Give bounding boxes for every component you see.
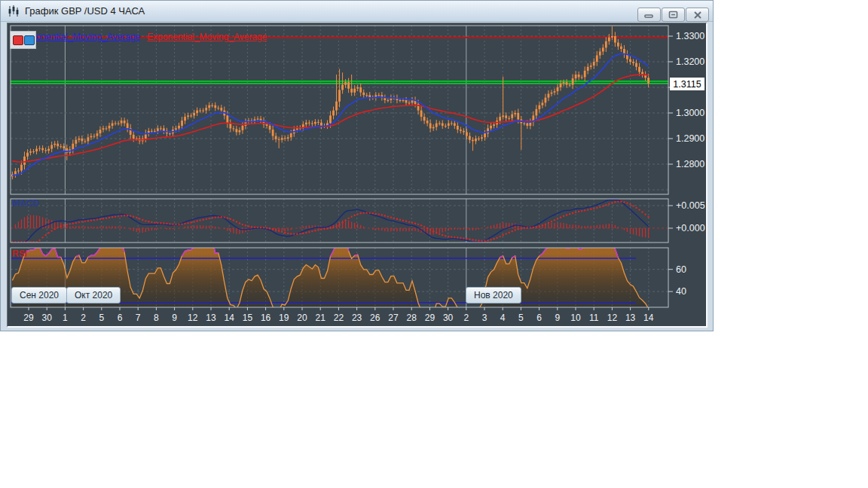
svg-text:5: 5 — [518, 313, 524, 323]
month-button-nov-2020[interactable]: Нов 2020 — [466, 287, 521, 303]
ema-fast-legend-label[interactable]: Exponential_Moving_Average — [20, 32, 140, 42]
svg-text:3: 3 — [482, 313, 487, 323]
svg-text:27: 27 — [388, 313, 399, 323]
desktop: График GBP /USD 4 ЧАСА 1.33001.32001.310… — [0, 0, 868, 488]
svg-text:16: 16 — [261, 313, 271, 323]
svg-text:1.2800: 1.2800 — [676, 159, 704, 169]
candlestick-chart-icon — [7, 5, 20, 18]
svg-text:11: 11 — [589, 313, 599, 323]
svg-text:40: 40 — [676, 286, 686, 297]
svg-text:5: 5 — [99, 313, 104, 323]
red-swatch-icon[interactable] — [13, 35, 23, 45]
svg-text:22: 22 — [334, 313, 344, 323]
svg-text:9: 9 — [172, 313, 177, 323]
svg-text:8: 8 — [154, 313, 159, 323]
month-button-okt-2020[interactable]: Окт 2020 — [66, 287, 121, 303]
svg-text:15: 15 — [243, 313, 253, 323]
svg-text:4: 4 — [500, 313, 506, 323]
rsi-panel-layers — [11, 232, 649, 319]
current-price-label: 1.3115 — [670, 78, 704, 90]
candles-layer — [11, 26, 649, 179]
chart-canvas[interactable]: 1.33001.32001.31001.30001.29001.2800+0.0… — [7, 23, 708, 328]
svg-text:12: 12 — [607, 313, 618, 323]
svg-text:6: 6 — [536, 313, 542, 323]
macd-panel-layers — [11, 200, 649, 243]
svg-text:14: 14 — [225, 313, 235, 323]
svg-text:1.3200: 1.3200 — [676, 56, 704, 67]
chart-svg: 1.33001.32001.31001.30001.29001.2800+0.0… — [8, 23, 706, 326]
svg-text:1.2900: 1.2900 — [676, 133, 704, 144]
svg-text:19: 19 — [279, 313, 289, 323]
svg-text:1.3000: 1.3000 — [676, 108, 704, 118]
svg-text:30: 30 — [443, 313, 454, 323]
macd-line — [12, 200, 648, 242]
month-button-sep-2020[interactable]: Сен 2020 — [11, 287, 67, 303]
svg-text:20: 20 — [297, 313, 307, 323]
blue-swatch-icon[interactable] — [24, 35, 35, 45]
svg-text:60: 60 — [676, 264, 686, 275]
close-button[interactable] — [686, 8, 709, 22]
maximize-icon — [668, 11, 678, 19]
svg-text:13: 13 — [625, 313, 636, 323]
svg-text:6: 6 — [118, 313, 123, 323]
svg-text:21: 21 — [316, 313, 326, 323]
chart-window: График GBP /USD 4 ЧАСА 1.33001.32001.310… — [0, 0, 714, 331]
rsi-area-fill — [12, 232, 648, 319]
maximize-button[interactable] — [662, 8, 685, 22]
svg-text:13: 13 — [206, 313, 216, 323]
svg-text:1.3300: 1.3300 — [676, 31, 704, 41]
minimize-icon — [644, 11, 654, 18]
svg-text:1: 1 — [63, 313, 68, 323]
close-icon — [693, 11, 702, 19]
svg-text:26: 26 — [370, 313, 381, 323]
svg-text:23: 23 — [352, 313, 362, 323]
svg-text:29: 29 — [425, 313, 436, 323]
ema-slow-legend-label[interactable]: Exponential_Moving_Average — [147, 32, 267, 42]
price-panel-layers — [11, 26, 668, 179]
svg-text:2: 2 — [463, 313, 469, 323]
rsi-panel-label: RSI — [12, 249, 27, 259]
svg-text:9: 9 — [555, 313, 560, 323]
svg-text:29: 29 — [23, 313, 34, 323]
svg-text:12: 12 — [188, 313, 198, 323]
macd-panel-label: MACD — [12, 198, 39, 209]
indicator-legend: Exponential_Moving_Average Exponential_M… — [20, 32, 267, 42]
svg-text:28: 28 — [407, 313, 417, 323]
title-bar[interactable]: График GBP /USD 4 ЧАСА — [1, 1, 713, 22]
svg-text:30: 30 — [42, 313, 53, 323]
window-title: График GBP /USD 4 ЧАСА — [25, 5, 145, 17]
svg-text:7: 7 — [136, 313, 141, 323]
indicator-color-picker[interactable] — [10, 31, 36, 49]
svg-text:+0.000: +0.000 — [676, 223, 705, 233]
svg-text:14: 14 — [643, 313, 654, 323]
svg-text:10: 10 — [570, 313, 581, 323]
minimize-button[interactable] — [637, 8, 661, 22]
svg-text:2: 2 — [81, 313, 86, 323]
svg-text:+0.005: +0.005 — [676, 200, 705, 211]
